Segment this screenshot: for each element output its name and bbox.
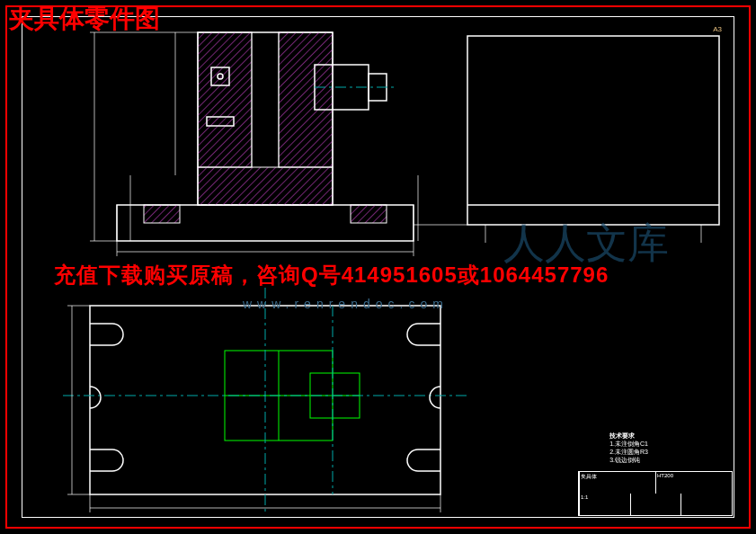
watermark-url: www.renrendoc.com <box>243 297 449 311</box>
titleblock-material: HT200 <box>655 472 732 494</box>
titleblock-sheet <box>680 494 732 515</box>
techreq-body: 1.未注倒角C1 2.未注圆角R3 3.锐边倒钝 <box>609 440 648 464</box>
svg-rect-4 <box>279 32 333 167</box>
drawing-title: 夹具体零件图 <box>9 2 160 36</box>
svg-rect-6 <box>144 205 180 223</box>
svg-rect-7 <box>351 205 387 223</box>
techreq-heading: 技术要求 <box>609 432 648 440</box>
title-block: 夹具体 HT200 1:1 <box>578 471 733 516</box>
titleblock-drawn <box>630 494 681 515</box>
svg-rect-22 <box>467 36 719 225</box>
cad-canvas: 夹具体零件图 A3 <box>0 0 756 534</box>
svg-rect-5 <box>198 167 333 205</box>
svg-rect-3 <box>198 32 252 167</box>
technical-requirements: 技术要求 1.未注倒角C1 2.未注圆角R3 3.锐边倒钝 <box>609 432 648 464</box>
titleblock-scale: 1:1 <box>579 494 630 515</box>
titleblock-partname: 夹具体 <box>579 472 655 494</box>
watermark-text: 充值下载购买原稿，咨询Q号414951605或1064457796 <box>54 261 609 289</box>
